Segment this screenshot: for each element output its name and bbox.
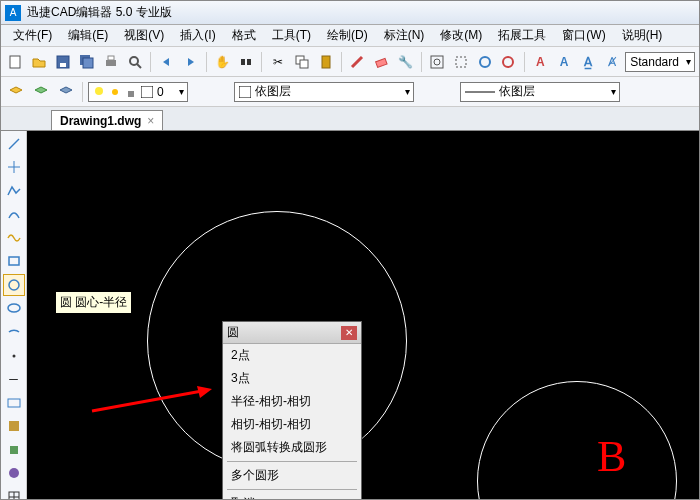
svg-point-31	[8, 304, 20, 312]
app-icon: A	[5, 5, 21, 21]
menu-insert[interactable]: 插入(I)	[174, 25, 221, 46]
svg-rect-2	[60, 63, 66, 67]
text-style-value: Standard	[630, 55, 679, 69]
saveall-icon[interactable]	[77, 51, 98, 73]
context-menu-close-icon[interactable]: ✕	[341, 326, 357, 340]
text-a-icon[interactable]: A	[530, 51, 551, 73]
svg-point-7	[130, 57, 138, 65]
undo-icon[interactable]	[156, 51, 177, 73]
menu-dim[interactable]: 标注(N)	[378, 25, 431, 46]
menu-tools[interactable]: 工具(T)	[266, 25, 317, 46]
rectangle-icon[interactable]	[3, 251, 25, 273]
context-separator	[227, 489, 357, 490]
svg-line-8	[137, 64, 141, 68]
lightbulb-icon	[93, 86, 105, 98]
tab-label: Drawing1.dwg	[60, 114, 141, 128]
menu-draw[interactable]: 绘制(D)	[321, 25, 374, 46]
hatch-icon[interactable]	[3, 415, 25, 437]
svg-rect-5	[106, 60, 116, 66]
layer1-icon[interactable]	[5, 81, 27, 103]
new-icon[interactable]	[5, 51, 26, 73]
tab-close-icon[interactable]: ×	[147, 114, 154, 128]
svg-point-21	[112, 89, 118, 95]
ellipse-arc-icon[interactable]	[3, 321, 25, 343]
erase-icon[interactable]	[371, 51, 392, 73]
arc-icon[interactable]	[3, 204, 25, 226]
polyline-icon[interactable]	[3, 180, 25, 202]
layer3-icon[interactable]	[55, 81, 77, 103]
ray-icon[interactable]	[3, 157, 25, 179]
pan-icon[interactable]: ✋	[212, 51, 233, 73]
spline-icon[interactable]	[3, 227, 25, 249]
cut-icon[interactable]: ✂	[267, 51, 288, 73]
menu-edit[interactable]: 编辑(E)	[62, 25, 114, 46]
zoom-prev-icon[interactable]	[474, 51, 495, 73]
ctx-arc-to-circle[interactable]: 将圆弧转换成圆形	[223, 436, 361, 459]
preview-icon[interactable]	[124, 51, 145, 73]
menu-help[interactable]: 说明(H)	[616, 25, 669, 46]
zoom-win-icon[interactable]	[450, 51, 471, 73]
svg-rect-13	[322, 56, 330, 68]
svg-point-16	[434, 59, 440, 65]
linetype-dropdown[interactable]: 依图层	[460, 82, 620, 102]
text-icon[interactable]	[3, 392, 25, 414]
ctx-tan-tan-tan[interactable]: 相切-相切-相切	[223, 413, 361, 436]
open-icon[interactable]	[29, 51, 50, 73]
redo-icon[interactable]	[180, 51, 201, 73]
match-icon[interactable]	[347, 51, 368, 73]
svg-point-35	[9, 468, 19, 478]
point-icon[interactable]	[3, 345, 25, 367]
svg-point-19	[503, 57, 513, 67]
ctx-2point[interactable]: 2点	[223, 344, 361, 367]
menu-file[interactable]: 文件(F)	[7, 25, 58, 46]
circle-tooltip: 圆 圆心-半径	[55, 291, 132, 314]
zoom-ext-icon[interactable]	[426, 51, 447, 73]
circle-b-shape	[477, 381, 677, 500]
svg-rect-14	[376, 58, 387, 67]
svg-rect-34	[9, 421, 19, 431]
boundary-icon[interactable]	[3, 462, 25, 484]
line-icon[interactable]	[3, 133, 25, 155]
zoom-all-icon[interactable]	[498, 51, 519, 73]
layer-dropdown[interactable]: 依图层	[234, 82, 414, 102]
layer-value: 依图层	[255, 83, 291, 100]
divider-icon[interactable]: ─	[3, 368, 25, 390]
document-tab[interactable]: Drawing1.dwg ×	[51, 110, 163, 130]
menu-format[interactable]: 格式	[226, 25, 262, 46]
layer2-icon[interactable]	[30, 81, 52, 103]
text-style-dropdown[interactable]: Standard	[625, 52, 695, 72]
text-a3-icon[interactable]: A̲	[578, 51, 599, 73]
find-icon[interactable]	[236, 51, 257, 73]
block-icon[interactable]	[3, 486, 25, 500]
svg-line-26	[9, 139, 19, 149]
ctx-multiple[interactable]: 多个圆形	[223, 464, 361, 487]
linetype-value: 依图层	[499, 83, 535, 100]
color-dropdown[interactable]: 0	[88, 82, 188, 102]
ellipse-icon[interactable]	[3, 298, 25, 320]
ctx-3point[interactable]: 3点	[223, 367, 361, 390]
paste-icon[interactable]	[315, 51, 336, 73]
menu-view[interactable]: 视图(V)	[118, 25, 170, 46]
toolbar-main: ✋ ✂ 🔧 A A A̲ Ⱥ Standard	[1, 47, 699, 77]
print-icon[interactable]	[100, 51, 121, 73]
drawing-canvas[interactable]: A B 圆 圆心-半径 圆 ✕ 2点 3点 半径-相切-相切 相切-相切-相切 …	[27, 131, 699, 500]
save-icon[interactable]	[53, 51, 74, 73]
text-a2-icon[interactable]: A	[554, 51, 575, 73]
separator	[82, 82, 83, 102]
svg-rect-29	[9, 257, 19, 265]
menu-modify[interactable]: 修改(M)	[434, 25, 488, 46]
circle-icon[interactable]	[3, 274, 25, 296]
ctx-cancel[interactable]: 取消	[223, 492, 361, 500]
menu-ext[interactable]: 拓展工具	[492, 25, 552, 46]
svg-point-30	[9, 280, 19, 290]
region-icon[interactable]	[3, 439, 25, 461]
text-a4-icon[interactable]: Ⱥ	[601, 51, 622, 73]
tabbar: Drawing1.dwg ×	[1, 107, 699, 131]
wrench-icon[interactable]: 🔧	[395, 51, 416, 73]
copy-icon[interactable]	[291, 51, 312, 73]
lock-icon	[125, 86, 137, 98]
ctx-radius-tan-tan[interactable]: 半径-相切-相切	[223, 390, 361, 413]
svg-rect-6	[108, 56, 114, 60]
svg-rect-12	[300, 60, 308, 68]
menu-window[interactable]: 窗口(W)	[556, 25, 611, 46]
